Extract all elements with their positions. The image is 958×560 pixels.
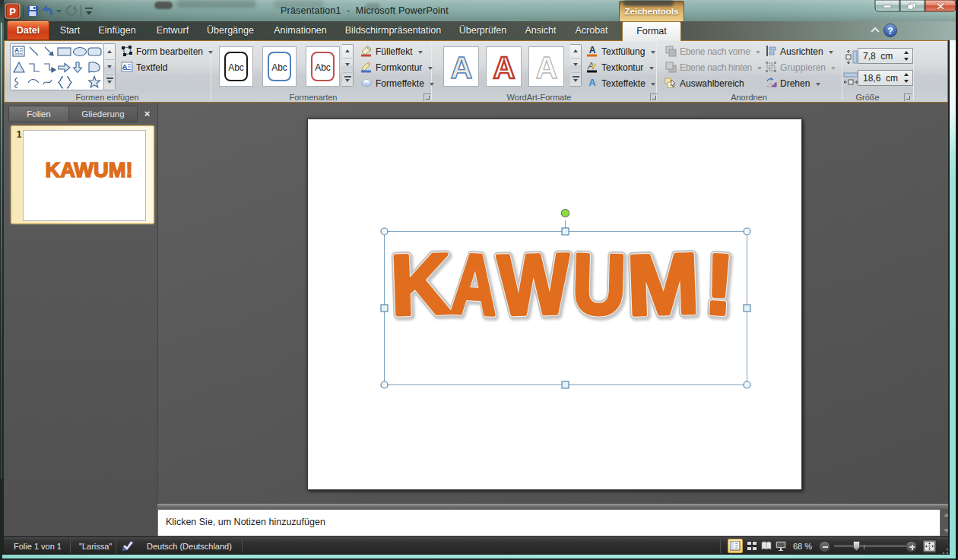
svg-text:KAWUM!: KAWUM!	[46, 159, 133, 182]
svg-text:A: A	[451, 51, 473, 84]
svg-text:A: A	[589, 45, 596, 55]
svg-text:A: A	[536, 51, 558, 84]
svg-text:P: P	[9, 6, 16, 17]
svg-text:A: A	[493, 51, 515, 84]
svg-text:A: A	[588, 77, 596, 88]
svg-text:A: A	[14, 46, 19, 54]
